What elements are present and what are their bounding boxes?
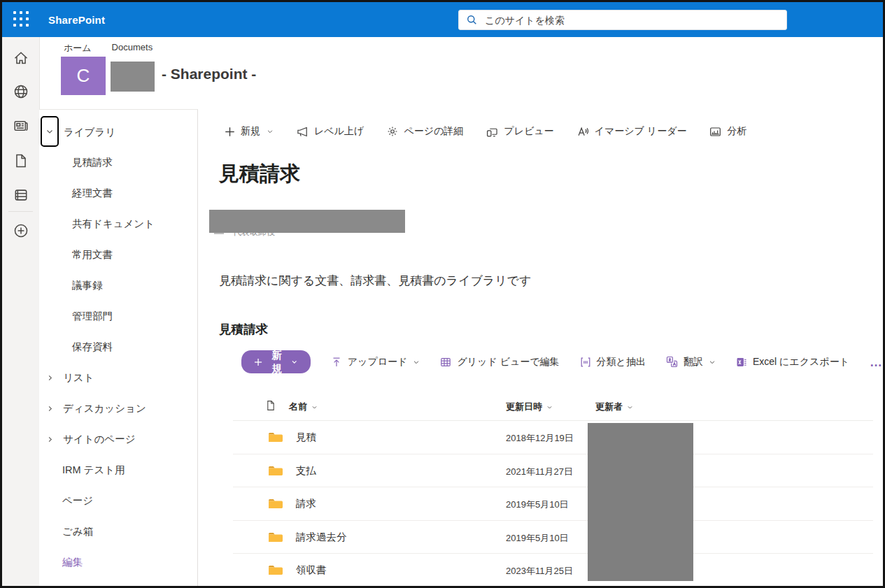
immersive-reader-command[interactable]: イマーシブ リーダー [577, 125, 687, 138]
folder-icon [268, 431, 283, 443]
chevron-down-icon [311, 404, 318, 410]
file-type-column-icon[interactable] [265, 399, 276, 412]
nav-collapse-chevron[interactable] [41, 116, 59, 147]
nav-item-keiri-bunsho[interactable]: 経理文書 [72, 185, 113, 201]
breadcrumb-documents[interactable]: Documets [112, 42, 153, 55]
library-command-bar: 新規 アップロード グリッド ビューで編集 分類と抽出 翻訳 Excel にエク… [241, 350, 883, 373]
globe-icon[interactable] [13, 84, 29, 99]
immersive-reader-icon [577, 126, 589, 138]
table-row-mitsumori[interactable]: 見積 2018年12月19日 [233, 421, 873, 454]
edit-in-grid-view-command[interactable]: グリッド ビューで編集 [440, 356, 559, 368]
site-title-suffix: - Sharepoint - [162, 66, 256, 83]
folder-icon [268, 531, 283, 543]
rail-divider [8, 211, 33, 212]
owner-info-redaction [209, 210, 405, 233]
folder-icon [268, 498, 283, 510]
upload-icon [331, 357, 342, 368]
document-icon[interactable] [13, 153, 29, 168]
nav-item-site-pages[interactable]: サイトのページ [46, 431, 136, 447]
chevron-down-icon [291, 358, 298, 366]
nav-item-gijiroku[interactable]: 議事録 [72, 278, 103, 293]
translate-icon [666, 356, 678, 368]
classify-extract-icon [580, 357, 591, 368]
nav-edit-link[interactable]: 編集 [62, 554, 83, 570]
analytics-command[interactable]: 分析 [709, 125, 746, 138]
news-icon[interactable] [13, 118, 29, 134]
table-row-seikyu[interactable]: 請求 2019年5月10日 [233, 487, 873, 521]
new-page-command[interactable]: 新規 [225, 125, 274, 138]
home-icon[interactable] [13, 50, 29, 66]
promote-command[interactable]: レベル上げ [297, 125, 364, 138]
table-row-shiharai[interactable]: 支払 2021年11月27日 [233, 454, 873, 488]
nav-item-shared-documents[interactable]: 共有ドキュメント [72, 216, 155, 231]
search-input[interactable] [483, 14, 752, 27]
upload-command[interactable]: アップロード [331, 356, 420, 368]
new-button[interactable]: 新規 [241, 350, 311, 373]
site-logo-avatar[interactable]: C [61, 57, 106, 95]
site-name-redaction [111, 62, 155, 92]
page-command-bar: 新規 レベル上げ ページの詳細 プレビュー イマーシブ リーダー 分析 [225, 122, 746, 141]
gear-icon [387, 126, 398, 137]
classify-extract-command[interactable]: 分類と抽出 [580, 356, 646, 368]
table-header: 名前 更新日時 更新者 [233, 394, 873, 421]
analytics-icon [709, 126, 721, 138]
library-description: 見積請求に関する文書、請求書、見積書のライブラリです [219, 273, 531, 289]
nav-item-recycle-bin[interactable]: ごみ箱 [62, 524, 93, 539]
app-launcher-icon[interactable] [12, 10, 31, 29]
add-circle-icon[interactable] [13, 223, 29, 238]
export-to-excel-command[interactable]: Excel にエクスポート [736, 356, 849, 368]
search-icon [467, 15, 477, 25]
site-search[interactable] [458, 10, 787, 30]
nav-item-pages[interactable]: ページ [62, 493, 93, 508]
column-header-modified-by[interactable]: 更新者 [595, 401, 633, 413]
plus-icon [225, 127, 235, 137]
grid-view-icon [440, 357, 451, 368]
avatar-letter: C [77, 65, 90, 87]
column-header-name[interactable]: 名前 [289, 401, 318, 413]
nav-item-hozon-shiryo[interactable]: 保存資料 [72, 339, 113, 354]
preview-command[interactable]: プレビュー [486, 125, 553, 138]
chevron-right-icon [46, 405, 54, 413]
breadcrumb: ホーム Documets [64, 42, 153, 55]
nav-item-kanri-bumon[interactable]: 管理部門 [72, 308, 113, 324]
library-stack-icon[interactable] [13, 187, 29, 203]
chevron-down-icon [627, 404, 633, 410]
site-nav-panel [39, 109, 198, 586]
nav-item-mitsumori-seikyu[interactable]: 見積請求 [72, 155, 113, 170]
app-title[interactable]: SharePoint [48, 14, 105, 26]
nav-item-libraries[interactable]: ライブラリ [64, 124, 115, 140]
plus-icon [254, 357, 262, 367]
chevron-right-icon [46, 374, 54, 382]
chevron-down-icon [45, 127, 54, 136]
nav-item-joyo-bunsho[interactable]: 常用文書 [72, 247, 113, 262]
nav-item-irm-test[interactable]: IRM テスト用 [62, 462, 125, 478]
nav-item-lists[interactable]: リスト [46, 370, 94, 385]
preview-icon [486, 126, 498, 138]
more-commands-button[interactable]: … [870, 359, 883, 366]
suite-bar: SharePoint [2, 2, 883, 37]
chevron-down-icon [267, 128, 274, 135]
nav-item-discussions[interactable]: ディスカッション [46, 401, 146, 416]
column-header-modified[interactable]: 更新日時 [506, 401, 553, 413]
breadcrumb-home[interactable]: ホーム [64, 42, 92, 55]
translate-command[interactable]: 翻訳 [666, 356, 716, 368]
excel-icon [736, 357, 747, 368]
table-row-ryoshusho[interactable]: 領収書 2023年11月25日 [233, 554, 873, 587]
megaphone-icon [297, 126, 309, 138]
document-table: 名前 更新日時 更新者 見積 2018年12月19日 支払 2021年11月27… [233, 394, 873, 587]
chevron-down-icon [546, 404, 553, 410]
chevron-right-icon [46, 436, 54, 443]
sharepoint-window: SharePoint ホーム Documets C - Sharepoint -… [0, 0, 885, 588]
chevron-down-icon [709, 359, 716, 366]
page-title: 見積請求 [219, 160, 300, 188]
chevron-down-icon [413, 359, 420, 366]
app-rail [2, 37, 40, 586]
page-details-command[interactable]: ページの詳細 [387, 125, 463, 138]
folder-icon [268, 564, 283, 576]
folder-icon [268, 465, 283, 477]
table-row-seikyu-kako[interactable]: 請求過去分 2019年5月10日 [233, 521, 873, 554]
library-section-title: 見積請求 [219, 321, 268, 338]
modified-by-column-redaction [588, 423, 693, 581]
